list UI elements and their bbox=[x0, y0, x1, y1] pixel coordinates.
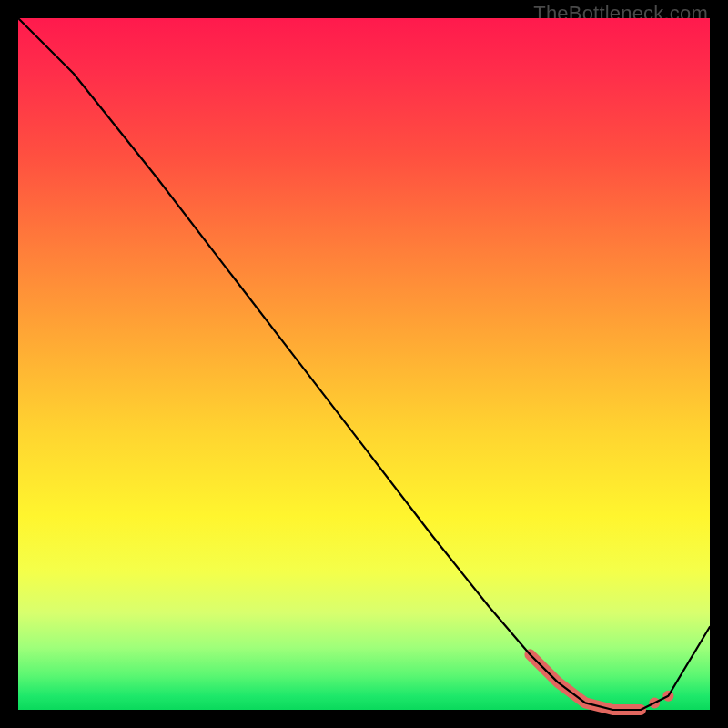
chart-frame: TheBottleneck.com bbox=[0, 0, 728, 728]
gradient-plot-area bbox=[18, 18, 710, 710]
bottleneck-curve bbox=[18, 18, 710, 710]
sweet-spot-highlight bbox=[530, 654, 641, 710]
chart-svg bbox=[18, 18, 710, 710]
